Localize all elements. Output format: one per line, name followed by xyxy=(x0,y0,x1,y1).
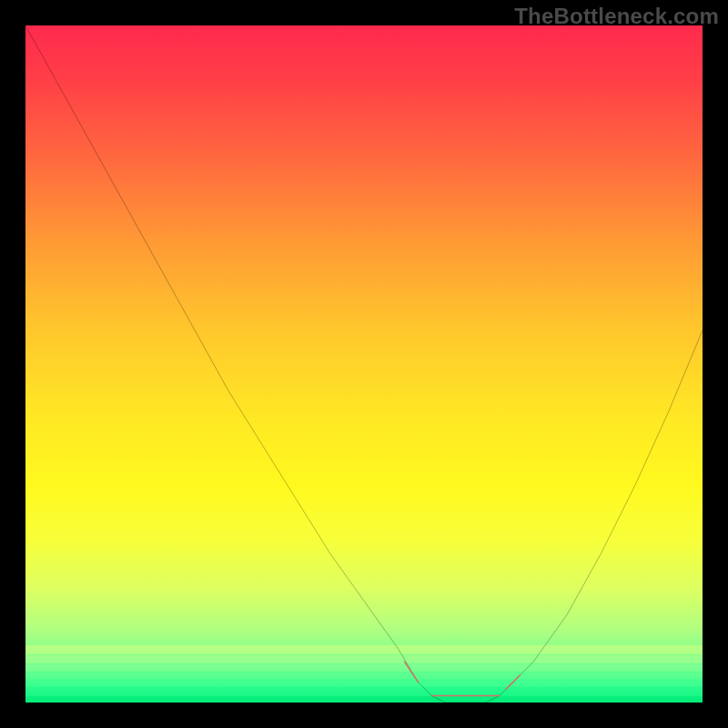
tolerance-marker xyxy=(405,662,520,695)
bottleneck-curve xyxy=(25,25,703,703)
plot-area xyxy=(25,25,703,703)
watermark-text: TheBottleneck.com xyxy=(514,4,719,29)
chart-frame: TheBottleneck.com xyxy=(0,0,728,728)
tolerance-marker-segment xyxy=(506,675,520,689)
tolerance-marker-segment xyxy=(405,662,419,682)
curve-layer xyxy=(25,25,703,703)
